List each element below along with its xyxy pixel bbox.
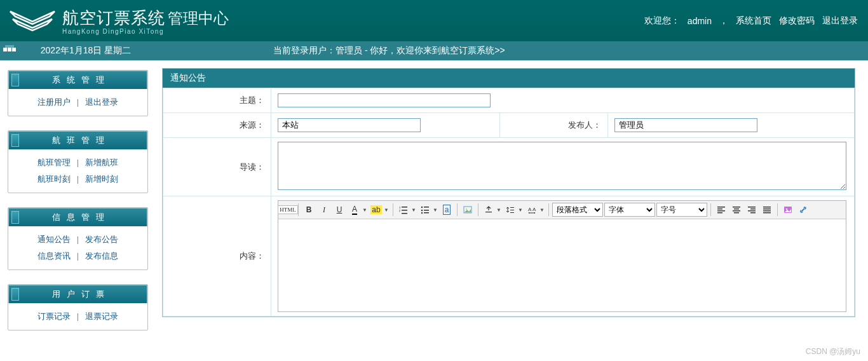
infobar-date: 2022年1月18日 星期二 <box>19 45 153 57</box>
svg-rect-2 <box>12 48 16 51</box>
svg-rect-37 <box>763 210 771 212</box>
svg-rect-3 <box>5 45 14 48</box>
text-direction-dropdown[interactable]: ▼ <box>496 203 502 217</box>
publisher-label: 发布人： <box>500 113 608 138</box>
svg-rect-1 <box>8 48 11 51</box>
nav-logout-link[interactable]: 退出登录 <box>822 15 858 27</box>
align-justify-button[interactable] <box>760 203 774 217</box>
svg-rect-34 <box>750 212 756 214</box>
svg-rect-18 <box>510 207 514 208</box>
svg-rect-20 <box>510 212 514 213</box>
sidebar-link-news[interactable]: 信息资讯 <box>37 251 71 261</box>
align-center-button[interactable] <box>729 203 743 217</box>
sidebar-link-notice-publish[interactable]: 发布公告 <box>85 235 118 244</box>
italic-button[interactable]: I <box>317 203 331 217</box>
sidebar-link-flight-manage[interactable]: 航班管理 <box>37 158 71 167</box>
letter-spacing-button[interactable]: AA <box>525 203 539 217</box>
insert-image-button[interactable] <box>781 203 795 217</box>
svg-text:2: 2 <box>399 209 401 212</box>
toolbar-divider <box>457 203 458 216</box>
source-button[interactable]: HTML <box>281 203 295 217</box>
svg-rect-29 <box>733 210 740 212</box>
svg-rect-36 <box>763 208 771 210</box>
unordered-list-dropdown[interactable]: ▼ <box>432 203 438 217</box>
svg-rect-31 <box>748 207 756 208</box>
nav-home-link[interactable]: 系统首页 <box>736 15 771 27</box>
welcome-username: admin <box>688 16 712 26</box>
ordered-list-dropdown[interactable]: ▼ <box>410 203 417 217</box>
watermark: CSDN @汤姆yu <box>806 346 860 357</box>
font-color-dropdown[interactable]: ▼ <box>362 203 368 217</box>
svg-rect-7 <box>402 210 407 211</box>
form-table: 主题： 来源： 发布人： <box>163 88 855 317</box>
sidebar-link-schedule-add[interactable]: 新增时刻 <box>85 174 118 184</box>
svg-rect-32 <box>750 208 756 210</box>
infobar-message: 当前登录用户：管理员 - 你好，欢迎你来到航空订票系统>> <box>153 45 868 57</box>
subject-input[interactable] <box>278 93 491 107</box>
align-right-button[interactable] <box>745 203 759 217</box>
sidebar-link-news-publish[interactable]: 发布信息 <box>85 251 118 261</box>
infobar-icon <box>0 45 19 57</box>
svg-rect-25 <box>717 210 725 212</box>
svg-text:A: A <box>528 207 532 212</box>
highlight-dropdown[interactable]: ▼ <box>383 203 390 217</box>
sidebar-link-register[interactable]: 注册用户 <box>37 97 71 107</box>
text-direction-button[interactable] <box>482 203 496 217</box>
svg-rect-24 <box>717 208 722 210</box>
sidebar-group-info: 信息管理 通知公告 | 发布公告 信息资讯 | 发布信息 <box>8 207 148 270</box>
sidebar-link-schedule[interactable]: 航班时刻 <box>37 174 71 184</box>
nav-password-link[interactable]: 修改密码 <box>779 15 815 27</box>
font-color-button[interactable]: A <box>348 203 362 217</box>
separator: | <box>77 311 79 321</box>
letter-spacing-dropdown[interactable]: ▼ <box>539 203 545 217</box>
sidebar-group-system: 系统管理 注册用户 | 退出登录 <box>8 70 148 116</box>
ordered-list-button[interactable]: 12 <box>397 203 410 217</box>
svg-point-9 <box>421 207 423 208</box>
toolbar-divider <box>777 203 778 216</box>
svg-rect-14 <box>424 212 429 214</box>
wings-logo-icon <box>8 8 57 34</box>
highlight-button[interactable]: ab <box>369 203 383 217</box>
sidebar-link-refund[interactable]: 退票记录 <box>85 311 118 321</box>
sidebar-link-notice[interactable]: 通知公告 <box>37 235 71 244</box>
svg-point-11 <box>421 210 423 211</box>
editor-content-area[interactable] <box>278 219 846 311</box>
toolbar-divider <box>710 203 711 216</box>
publisher-input[interactable] <box>614 118 757 132</box>
paragraph-format-select[interactable]: 段落格式 <box>552 203 603 217</box>
welcome-prefix: 欢迎您： <box>644 15 680 27</box>
app-title-cn: 航空订票系统 <box>62 8 165 27</box>
info-bar: 2022年1月18日 星期二 当前登录用户：管理员 - 你好，欢迎你来到航空订票… <box>0 41 868 60</box>
sidebar-link-flight-add[interactable]: 新增航班 <box>85 158 118 167</box>
sidebar: 系统管理 注册用户 | 退出登录 航班管理 航班管理 | 新增航班 航班时刻 <box>0 60 156 361</box>
sidebar-link-logout[interactable]: 退出登录 <box>85 97 118 107</box>
font-size-select[interactable]: 字号 <box>656 203 707 217</box>
toolbar-divider <box>478 203 478 216</box>
logo-area: 航空订票系统管理中心 HangKong DingPiao XiTong <box>8 7 229 35</box>
separator: | <box>77 97 79 107</box>
separator: | <box>77 251 79 261</box>
underline-button[interactable]: U <box>332 203 346 217</box>
source-input[interactable] <box>278 118 421 132</box>
image-button[interactable] <box>461 203 475 217</box>
font-family-select[interactable]: 字体 <box>604 203 655 217</box>
align-left-button[interactable] <box>714 203 728 217</box>
sidebar-group-title: 航班管理 <box>8 131 147 149</box>
summary-textarea[interactable] <box>278 142 846 190</box>
panel-notice: 通知公告 主题： 来源： 发布人： <box>162 68 855 317</box>
line-height-button[interactable] <box>503 203 517 217</box>
summary-label: 导读： <box>163 138 271 196</box>
sidebar-group-flight: 航班管理 航班管理 | 新增航班 航班时刻 | 新增时刻 <box>8 130 148 193</box>
insert-link-button[interactable] <box>796 203 810 217</box>
line-height-dropdown[interactable]: ▼ <box>517 203 524 217</box>
toolbar-divider <box>548 203 549 216</box>
subject-label: 主题： <box>163 88 271 113</box>
select-all-button[interactable]: a <box>440 203 454 217</box>
sidebar-link-booking[interactable]: 订票记录 <box>37 311 71 321</box>
svg-rect-19 <box>510 210 514 210</box>
bold-button[interactable]: B <box>302 203 316 217</box>
sidebar-group-booking: 用户订票 订票记录 | 退票记录 <box>8 284 148 330</box>
rich-text-editor: HTML B I U A▼ ab▼ 12▼ ▼ <box>278 200 846 312</box>
unordered-list-button[interactable] <box>418 203 432 217</box>
svg-rect-27 <box>733 207 740 208</box>
